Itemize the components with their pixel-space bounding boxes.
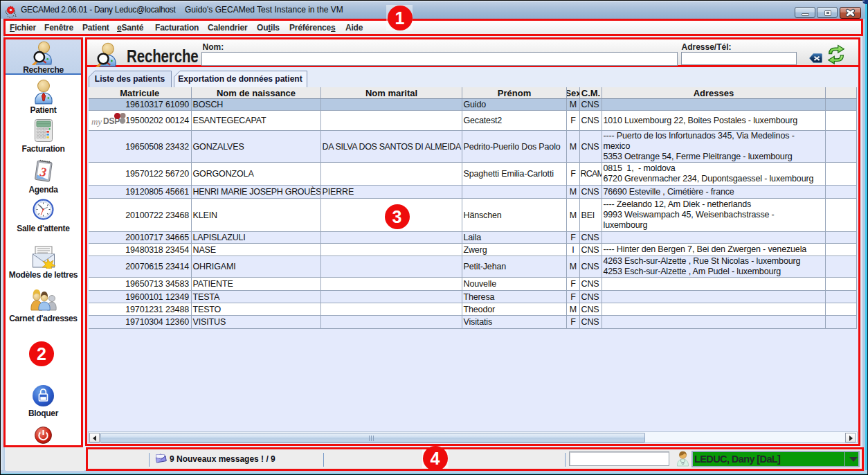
svg-text:my: my: [91, 116, 102, 127]
